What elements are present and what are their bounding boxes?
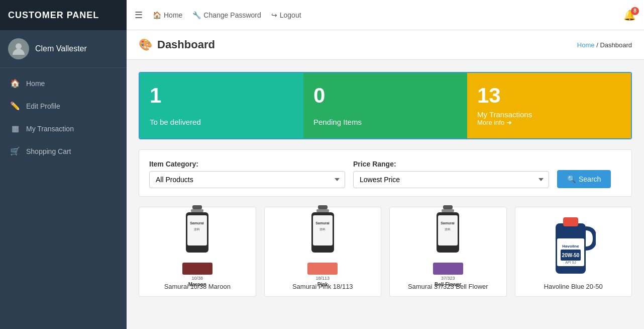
- svg-rect-1: [192, 205, 202, 209]
- product-card[interactable]: Samurai 塗料 37/323 Bell Flower Samurai 37…: [389, 207, 507, 297]
- svg-text:Samurai: Samurai: [441, 221, 455, 225]
- stats-row: 1 To be delivered 0 Pending Items 13 My …: [139, 72, 632, 139]
- breadcrumb: Home / Dashboard: [577, 41, 632, 49]
- search-button[interactable]: 🔍 Search: [557, 170, 611, 188]
- sidebar-nav: 🏠 Home ✏️ Edit Profile ▦ My Transaction …: [0, 72, 127, 162]
- svg-text:塗料: 塗料: [319, 228, 326, 231]
- svg-rect-2: [191, 209, 203, 212]
- svg-point-0: [16, 43, 22, 49]
- wrench-icon: 🔧: [192, 11, 201, 19]
- price-select[interactable]: Lowest Price Highest Price Price: Low to…: [353, 171, 549, 188]
- sidebar-item-shopping-cart[interactable]: 🛒 Shopping Cart: [0, 140, 127, 162]
- category-select[interactable]: All Products Samurai Paint Motor Oil Car…: [149, 171, 345, 188]
- topbar: ☰ 🏠 Home 🔧 Change Password ↪ Logout 🔔 8: [127, 0, 644, 30]
- stat-card-pending-items: 0 Pending Items: [303, 73, 467, 138]
- svg-rect-21: [563, 217, 578, 226]
- product-card[interactable]: Samurai 塗料 18/113 Pink Samurai Pink 18/1…: [264, 207, 382, 297]
- svg-text:Samurai: Samurai: [315, 221, 330, 225]
- product-name: Samurai 10/38 Maroon: [164, 283, 231, 290]
- price-label: Price Range:: [353, 160, 549, 168]
- sidebar-item-edit-profile[interactable]: ✏️ Edit Profile: [0, 95, 127, 117]
- svg-rect-9: [316, 209, 329, 212]
- topbar-change-password-label: Change Password: [203, 11, 261, 19]
- hamburger-icon[interactable]: ☰: [135, 10, 143, 21]
- product-image: Samurai 塗料 10/38 Maroon: [160, 213, 235, 279]
- bell-icon[interactable]: 🔔 8: [623, 9, 636, 21]
- logout-icon: ↪: [271, 11, 277, 19]
- sidebar-item-label: My Transaction: [26, 125, 74, 133]
- price-filter-group: Price Range: Lowest Price Highest Price …: [353, 160, 549, 188]
- avatar: [8, 38, 29, 59]
- main-content: ☰ 🏠 Home 🔧 Change Password ↪ Logout 🔔 8 …: [127, 0, 644, 329]
- stat-number: 1: [150, 85, 293, 106]
- sidebar-user: Clem Vallester: [0, 30, 127, 68]
- sidebar-title: CUSTOMER PANEL: [8, 10, 99, 21]
- svg-text:Samurai: Samurai: [190, 221, 204, 225]
- stat-label: To be delivered: [150, 118, 293, 126]
- edit-icon: ✏️: [10, 101, 20, 111]
- products-grid: Samurai 塗料 10/38 Maroon Samurai 10/38 Ma…: [127, 197, 644, 307]
- svg-text:塗料: 塗料: [445, 228, 451, 231]
- more-info-link[interactable]: More info ➜: [477, 119, 621, 126]
- search-button-label: Search: [579, 175, 601, 183]
- stat-label: Pending Items: [313, 118, 457, 126]
- stat-number: 0: [313, 85, 457, 106]
- breadcrumb-current: Dashboard: [600, 41, 632, 49]
- sidebar-item-home[interactable]: 🏠 Home: [0, 72, 127, 95]
- category-filter-group: Item Category: All Products Samurai Pain…: [149, 160, 345, 188]
- topbar-logout-link[interactable]: ↪ Logout: [271, 11, 301, 19]
- search-icon: 🔍: [567, 175, 576, 183]
- home-icon: 🏠: [10, 78, 20, 88]
- notification-badge: 8: [631, 7, 639, 15]
- topbar-home-label: Home: [164, 11, 182, 19]
- stat-number: 13: [477, 85, 621, 106]
- topbar-right: 🔔 8: [623, 9, 636, 21]
- breadcrumb-home[interactable]: Home: [577, 41, 595, 49]
- cart-icon: 🛒: [10, 146, 20, 156]
- product-name: Samurai 37/323 Bell Flower: [408, 283, 488, 290]
- topbar-logout-label: Logout: [280, 11, 301, 19]
- svg-text:塗料: 塗料: [194, 228, 200, 231]
- sidebar-item-label: Edit Profile: [26, 102, 60, 110]
- dashboard-icon: 🎨: [139, 38, 152, 51]
- sidebar-item-label: Home: [26, 79, 45, 88]
- sidebar: CUSTOMER PANEL Clem Vallester 🏠 Home ✏️ …: [0, 0, 127, 329]
- svg-text:20W-50: 20W-50: [562, 253, 580, 258]
- sidebar-header: CUSTOMER PANEL: [0, 0, 127, 30]
- sidebar-user-name: Clem Vallester: [35, 44, 87, 53]
- category-label: Item Category:: [149, 160, 345, 168]
- stat-label: My Transactions: [477, 110, 621, 119]
- svg-text:Havoline: Havoline: [563, 244, 580, 249]
- topbar-home-link[interactable]: 🏠 Home: [153, 11, 182, 19]
- svg-rect-15: [442, 209, 454, 212]
- sidebar-item-label: Shopping Cart: [26, 147, 71, 155]
- svg-rect-8: [318, 205, 328, 209]
- filter-section: Item Category: All Products Samurai Pain…: [139, 149, 632, 197]
- svg-text:API SJ: API SJ: [566, 261, 576, 264]
- product-name: Havoline Blue 20-50: [544, 283, 603, 290]
- svg-rect-14: [443, 205, 453, 209]
- content-area: 🎨 Dashboard Home / Dashboard 1 To be del…: [127, 30, 644, 329]
- topbar-change-password-link[interactable]: 🔧 Change Password: [192, 11, 261, 19]
- product-image: Samurai 塗料 18/113 Pink: [285, 213, 360, 279]
- product-card[interactable]: Havoline 20W-50 API SJ Havoline Blue 20-…: [515, 207, 632, 297]
- sidebar-item-my-transaction[interactable]: ▦ My Transaction: [0, 117, 127, 140]
- stat-card-my-transactions: 13 My Transactions More info ➜: [467, 73, 631, 138]
- home-icon: 🏠: [153, 11, 161, 19]
- stat-card-to-be-delivered: 1 To be delivered: [140, 73, 303, 138]
- product-card[interactable]: Samurai 塗料 10/38 Maroon Samurai 10/38 Ma…: [139, 207, 256, 297]
- filter-row: Item Category: All Products Samurai Pain…: [149, 160, 621, 196]
- grid-icon: ▦: [10, 124, 20, 133]
- dashboard-header: 🎨 Dashboard Home / Dashboard: [127, 30, 644, 60]
- product-image: Havoline 20W-50 API SJ: [535, 213, 611, 279]
- product-image: Samurai 塗料 37/323 Bell Flower: [410, 213, 486, 279]
- product-name: Samurai Pink 18/113: [292, 283, 353, 290]
- page-title: 🎨 Dashboard: [139, 38, 215, 51]
- dashboard-title-text: Dashboard: [157, 38, 215, 51]
